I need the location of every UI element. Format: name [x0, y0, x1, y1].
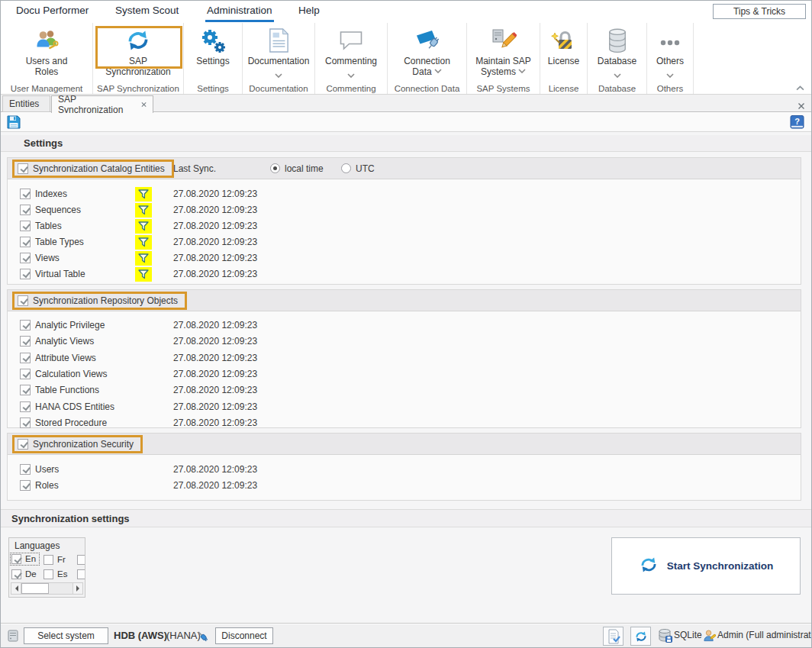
- last-sync-time: 27.08.2020 12:09:23: [173, 385, 257, 395]
- language-option-es[interactable]: Es: [44, 568, 67, 580]
- checkbox[interactable]: [18, 163, 28, 174]
- catalog-entities-header: Synchronization Catalog Entities Last Sy…: [8, 158, 801, 179]
- settings-button[interactable]: Settings: [184, 27, 242, 66]
- checkbox[interactable]: [11, 554, 21, 564]
- language-option-clipped[interactable]: [77, 568, 85, 580]
- sync-security-checkbox[interactable]: Synchronization Security: [12, 435, 143, 453]
- collapse-ribbon-icon[interactable]: [796, 80, 804, 94]
- checkbox[interactable]: [20, 480, 31, 491]
- maintain-sap-systems-button[interactable]: Maintain SAP Systems: [467, 27, 540, 77]
- ribbon-group-caption: Documentation: [243, 84, 314, 93]
- filter-icon[interactable]: [135, 235, 152, 250]
- ribbon-group-caption: Others: [647, 84, 693, 93]
- repository-objects-panel: Synchronization Repository Objects Analy…: [7, 289, 801, 428]
- checkbox[interactable]: [20, 253, 31, 263]
- utc-radio[interactable]: UTC: [341, 163, 375, 174]
- checkbox[interactable]: [20, 320, 31, 330]
- entity-row-sequences: Sequences 27.08.2020 12:09:23: [8, 203, 798, 218]
- language-option-clipped[interactable]: [77, 553, 85, 566]
- last-sync-label: Last Sync.: [173, 163, 216, 174]
- checkbox[interactable]: [20, 336, 31, 347]
- checkbox[interactable]: [20, 385, 31, 395]
- menu-tab-help[interactable]: Help: [297, 1, 321, 22]
- sync-catalog-entities-checkbox[interactable]: Synchronization Catalog Entities: [12, 160, 174, 178]
- ribbon-group-commenting: Commenting Commenting: [315, 23, 388, 94]
- checkbox[interactable]: [20, 221, 31, 231]
- connection-data-button[interactable]: Connection Data: [388, 27, 466, 77]
- checkbox[interactable]: [44, 555, 53, 565]
- checkbox[interactable]: [20, 417, 31, 428]
- checkbox-label: Synchronization Security: [33, 439, 134, 450]
- checkbox[interactable]: [18, 439, 28, 450]
- checkbox[interactable]: [20, 401, 31, 412]
- start-synchronization-button[interactable]: Start Synchronization: [611, 537, 801, 595]
- checkbox[interactable]: [77, 569, 85, 579]
- object-row-attribute-views: Attribute Views 27.08.2020 12:09:23: [8, 351, 798, 366]
- last-sync-time: 27.08.2020 12:09:23: [173, 221, 257, 231]
- help-info-icon[interactable]: ?: [790, 115, 804, 130]
- language-option-de[interactable]: De: [11, 568, 37, 580]
- radio-button[interactable]: [341, 163, 351, 173]
- last-sync-time: 27.08.2020 12:09:23: [173, 480, 257, 491]
- tab-sap-synchronization[interactable]: SAP Synchronization: [51, 95, 153, 113]
- checkbox[interactable]: [20, 353, 31, 363]
- lock-icon: [551, 27, 577, 54]
- menu-tab-system-scout[interactable]: System Scout: [114, 1, 180, 22]
- checkbox[interactable]: [20, 237, 31, 247]
- users-and-roles-icon: [34, 27, 60, 54]
- row-label: Analytic Views: [35, 336, 94, 347]
- disconnect-button[interactable]: Disconnect: [215, 627, 273, 644]
- documentation-button[interactable]: Documentation: [243, 27, 314, 81]
- filter-icon[interactable]: [135, 203, 152, 218]
- ribbon-button-label: Others: [656, 56, 684, 66]
- menu-tab-docu-performer[interactable]: Docu Performer: [14, 1, 90, 22]
- last-sync-time: 27.08.2020 12:09:23: [173, 237, 257, 247]
- last-sync-time: 27.08.2020 12:09:23: [173, 417, 257, 428]
- checkbox[interactable]: [20, 369, 31, 379]
- license-button[interactable]: License: [540, 27, 587, 66]
- checkbox[interactable]: [20, 464, 31, 475]
- checkbox[interactable]: [20, 269, 31, 279]
- checkbox-label: Synchronization Repository Objects: [33, 295, 178, 306]
- scroll-right-button[interactable]: [72, 583, 82, 594]
- close-icon[interactable]: [141, 102, 147, 108]
- checkbox[interactable]: [18, 295, 28, 306]
- checkbox[interactable]: [20, 189, 31, 199]
- scrollbar-thumb[interactable]: [21, 583, 49, 594]
- tab-entities[interactable]: Entities: [2, 95, 50, 112]
- radio-button[interactable]: [270, 163, 280, 173]
- entity-row-indexes: Indexes 27.08.2020 12:09:23: [8, 187, 798, 201]
- database-icon: [607, 27, 628, 54]
- save-icon[interactable]: [7, 115, 21, 129]
- close-icon[interactable]: [798, 99, 805, 113]
- checkbox[interactable]: [77, 555, 85, 565]
- sap-synchronization-button[interactable]: SAP Synchronization: [93, 27, 183, 77]
- menu-tab-administration[interactable]: Administration: [205, 1, 274, 22]
- commenting-button[interactable]: Commenting: [315, 27, 387, 81]
- checkbox[interactable]: [44, 569, 53, 579]
- language-label: En: [25, 554, 36, 563]
- checkbox[interactable]: [20, 205, 31, 215]
- language-option-fr[interactable]: Fr: [44, 553, 66, 566]
- horizontal-scrollbar[interactable]: [11, 582, 83, 595]
- language-option-en[interactable]: En: [11, 553, 39, 565]
- sync-status-button[interactable]: [630, 627, 651, 646]
- filter-icon[interactable]: [135, 187, 152, 201]
- filter-icon[interactable]: [135, 251, 152, 266]
- filter-icon[interactable]: [135, 267, 152, 282]
- filter-icon[interactable]: [135, 219, 152, 234]
- others-button[interactable]: Others: [647, 27, 693, 81]
- connection-pin-icon[interactable]: [195, 628, 210, 646]
- sync-repository-objects-checkbox[interactable]: Synchronization Repository Objects: [12, 292, 187, 310]
- select-system-button[interactable]: Select system: [24, 627, 108, 644]
- document-check-button[interactable]: [603, 627, 624, 646]
- database-button[interactable]: Database: [588, 27, 646, 81]
- scroll-left-button[interactable]: [11, 583, 21, 594]
- entity-row-virtual-table: Virtual Table 27.08.2020 12:09:23: [8, 267, 798, 282]
- ribbon-group-connection-data: Connection Data Connection Data: [388, 23, 467, 94]
- users-and-roles-button[interactable]: Users and Roles: [1, 27, 92, 77]
- radio-label: UTC: [356, 163, 375, 174]
- local-time-radio[interactable]: local time: [270, 163, 324, 174]
- checkbox[interactable]: [11, 569, 21, 579]
- tips-and-tricks-button[interactable]: Tips & Tricks: [713, 4, 806, 19]
